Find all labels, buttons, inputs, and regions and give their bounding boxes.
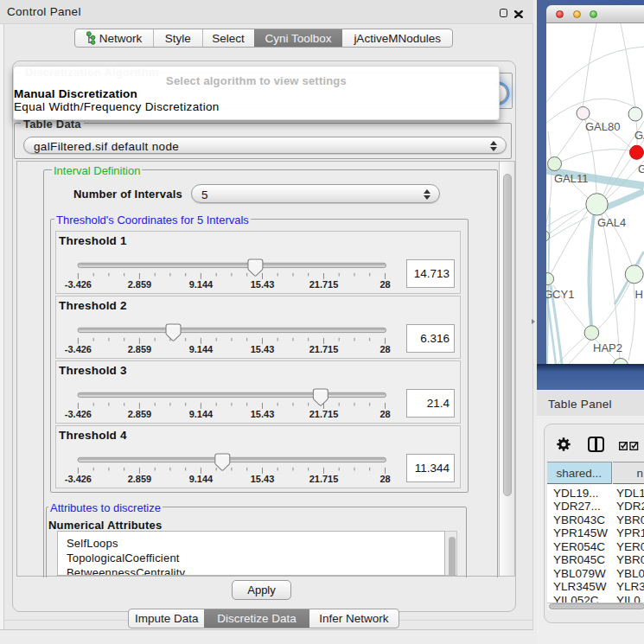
svg-text:21.715: 21.715 xyxy=(309,344,339,354)
svg-text:21.715: 21.715 xyxy=(309,279,339,290)
svg-text:15.43: 15.43 xyxy=(251,409,275,419)
svg-text:2.859: 2.859 xyxy=(128,279,152,290)
svg-text:G: G xyxy=(638,163,644,175)
svg-text:15.43: 15.43 xyxy=(251,279,275,290)
svg-text:-3.426: -3.426 xyxy=(65,344,92,354)
svg-text:2.859: 2.859 xyxy=(128,474,152,484)
svg-text:GA: GA xyxy=(634,129,644,142)
svg-text:HAP2: HAP2 xyxy=(593,341,622,354)
svg-text:9.144: 9.144 xyxy=(189,474,214,484)
svg-text:GCY1: GCY1 xyxy=(546,288,574,301)
svg-text:2.859: 2.859 xyxy=(128,409,152,419)
svg-text:9.144: 9.144 xyxy=(189,409,214,419)
svg-text:28: 28 xyxy=(379,409,390,419)
svg-text:28: 28 xyxy=(379,474,390,484)
svg-text:28: 28 xyxy=(379,344,390,354)
svg-text:-3.426: -3.426 xyxy=(65,409,92,419)
svg-text:-3.426: -3.426 xyxy=(65,279,92,290)
svg-text:GAL11: GAL11 xyxy=(554,172,589,185)
svg-text:15.43: 15.43 xyxy=(251,344,275,354)
svg-text:2.859: 2.859 xyxy=(128,344,152,354)
svg-text:28: 28 xyxy=(379,279,390,290)
svg-text:21.715: 21.715 xyxy=(309,474,339,484)
svg-text:GAL4: GAL4 xyxy=(597,216,626,229)
svg-text:9.144: 9.144 xyxy=(189,344,214,354)
svg-text:21.715: 21.715 xyxy=(309,409,339,419)
svg-text:H: H xyxy=(635,288,643,301)
svg-text:9.144: 9.144 xyxy=(189,279,214,290)
svg-text:-3.426: -3.426 xyxy=(65,474,92,484)
svg-text:GAL80: GAL80 xyxy=(585,120,620,133)
svg-text:15.43: 15.43 xyxy=(251,474,275,484)
